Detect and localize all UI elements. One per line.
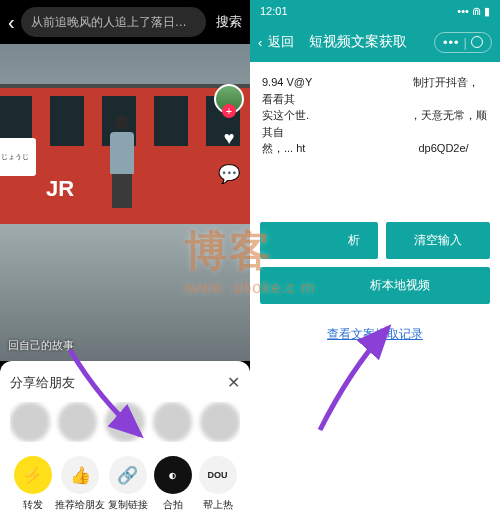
close-icon[interactable]: ✕ bbox=[227, 373, 240, 392]
friends-row bbox=[10, 402, 240, 442]
station-sign: じょうじ bbox=[0, 138, 36, 176]
thumb-up-icon: 👍 bbox=[61, 456, 99, 494]
nav-back-chevron-icon[interactable]: ‹ bbox=[258, 35, 262, 50]
search-text: 从前追晚风的人追上了落日… bbox=[31, 14, 187, 31]
friend-avatar[interactable] bbox=[10, 402, 50, 442]
status-icons: ••• ⋒ ▮ bbox=[457, 5, 490, 18]
link-icon: 🔗 bbox=[109, 456, 147, 494]
search-button[interactable]: 搜索 bbox=[216, 13, 242, 31]
like-icon[interactable]: ♥ bbox=[224, 128, 235, 149]
history-link[interactable]: 查看文案提取记录 bbox=[260, 326, 490, 343]
author-avatar[interactable] bbox=[214, 84, 244, 114]
video-caption: 回自己的故事 bbox=[8, 338, 74, 353]
friend-avatar[interactable] bbox=[105, 402, 145, 442]
action-duet[interactable]: ◐ 合拍 bbox=[150, 456, 195, 512]
clear-button[interactable]: 清空输入 bbox=[386, 222, 490, 259]
close-ring-icon[interactable] bbox=[471, 36, 483, 48]
action-boost[interactable]: DOU 帮上热 bbox=[195, 456, 240, 512]
back-chevron-icon[interactable]: ‹ bbox=[8, 11, 15, 34]
person-graphic bbox=[108, 116, 136, 206]
watermark: 博客 www. uboke.c m bbox=[185, 223, 315, 297]
dou-icon: DOU bbox=[199, 456, 237, 494]
search-box[interactable]: 从前追晚风的人追上了落日… bbox=[21, 7, 206, 37]
share-sheet: 分享给朋友 ✕ ⚡ 转发 👍 推荐给朋友 🔗 复制链接 ◐ bbox=[0, 361, 250, 520]
friend-avatar[interactable] bbox=[58, 402, 98, 442]
status-time: 12:01 bbox=[260, 5, 288, 17]
content-textarea[interactable]: 9.94 V@Y 制打开抖音，看看其 实这个世. ，天意无常，顺其自 然，...… bbox=[260, 72, 490, 212]
nav-bar: ‹ 返回 短视频文案获取 ••• | bbox=[250, 22, 500, 62]
action-copy-link[interactable]: 🔗 复制链接 bbox=[105, 456, 150, 512]
share-sheet-title: 分享给朋友 bbox=[10, 374, 75, 392]
friend-avatar[interactable] bbox=[153, 402, 193, 442]
status-bar: 12:01 ••• ⋒ ▮ bbox=[250, 0, 500, 22]
action-forward[interactable]: ⚡ 转发 bbox=[10, 456, 55, 512]
textarea-text: 9.94 V@Y 制打开抖音，看看其 实这个世. ，天意无常，顺其自 然，...… bbox=[262, 76, 487, 154]
friend-avatar[interactable] bbox=[200, 402, 240, 442]
jr-logo: JR bbox=[46, 176, 74, 202]
actions-row: ⚡ 转发 👍 推荐给朋友 🔗 复制链接 ◐ 合拍 DOU 帮上热 bbox=[10, 456, 240, 512]
capsule-buttons: ••• | bbox=[434, 32, 492, 53]
bolt-icon: ⚡ bbox=[14, 456, 52, 494]
duet-icon: ◐ bbox=[154, 456, 192, 494]
top-bar: ‹ 从前追晚风的人追上了落日… 搜索 bbox=[0, 0, 250, 44]
nav-title: 短视频文案获取 bbox=[288, 33, 428, 51]
action-recommend[interactable]: 👍 推荐给朋友 bbox=[55, 456, 105, 512]
menu-icon[interactable]: ••• bbox=[443, 35, 460, 50]
comment-icon[interactable]: 💬 bbox=[218, 163, 240, 185]
video-area[interactable]: じょうじ JR ♥ 💬 回自己的故事 bbox=[0, 44, 250, 361]
video-side-actions: ♥ 💬 bbox=[214, 84, 244, 185]
